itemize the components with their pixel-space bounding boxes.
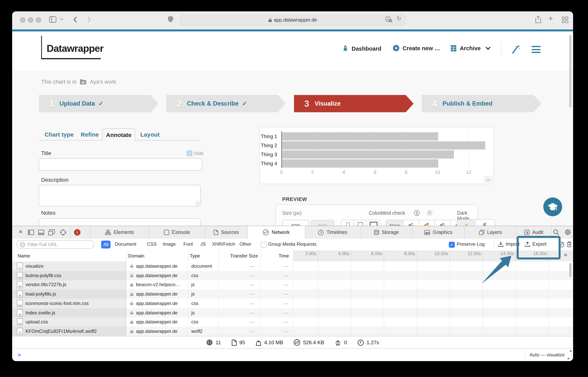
table-row[interactable]: cssiconmonstr-iconic-font.min.css app.da… [12,299,573,308]
tab-graphics[interactable]: Graphics [412,226,465,239]
magic-wand-icon[interactable] [510,45,521,54]
audit-icon [524,230,530,235]
chevron-down-icon[interactable] [60,18,64,21]
colorblind-help-icon[interactable]: ? [426,210,433,216]
nav-create-new[interactable]: Create new … [393,45,440,51]
sidebar-icon[interactable] [49,16,57,24]
bar-thing2 [282,141,485,150]
tab-sources[interactable]: Sources [205,226,247,239]
address-bar[interactable]: app.datawrapper.de [180,14,406,25]
import-button[interactable]: Import [498,241,520,247]
filter-icon [20,242,25,247]
filter-url-input[interactable]: Filter Full URL [16,240,94,249]
table-row[interactable]: AKFOmCnqEu92Fr1Mu4mxK.woff2 app.datawrap… [12,327,573,336]
forward-icon[interactable] [87,16,91,23]
new-tab-icon[interactable]: + [548,14,553,23]
stat-load-time: 1.27s [357,339,379,346]
filter-pill-js[interactable]: JS [200,241,206,247]
step-publish-embed[interactable]: 4 Publish & Embed [422,95,541,112]
hide-label: hide [194,150,204,156]
tab-elements[interactable]: Elements [90,226,149,239]
col-domain[interactable]: Domain [128,253,144,259]
quick-console-bar[interactable]: > Auto — visualize [12,348,573,361]
table-row[interactable]: JSIndex.svelte.js app.datawrapper.de js … [12,308,573,318]
filter-pill-font[interactable]: Font [183,241,193,247]
traffic-light-minimize[interactable] [28,17,33,23]
tab-network-active[interactable]: Network [248,226,305,239]
brand-top-bar [12,29,573,31]
preview-heading: PREVIEW [282,196,307,202]
group-media-checkbox[interactable] [261,242,266,248]
nav-archive[interactable]: Archive [450,45,491,52]
shield-icon[interactable] [167,16,174,24]
issues-badge[interactable]: ! [74,229,80,236]
reload-icon[interactable]: ↻ [397,15,401,22]
step-upload-data[interactable]: 1 Upload Data ✓ [39,95,158,112]
datawrapper-logo[interactable]: Datawrapper [41,36,101,59]
element-picker-icon[interactable] [60,229,67,236]
table-row[interactable]: cssupload.css app.datawrapper.de css — — [12,317,573,327]
description-textarea[interactable] [39,185,201,206]
tab-layers[interactable]: Layers [465,226,516,239]
dock-bottom-icon[interactable] [38,230,44,235]
css-file-icon: css [17,318,23,326]
filter-pill-all[interactable]: All [101,241,111,248]
gear-icon[interactable] [565,229,571,236]
breadcrumb-folder[interactable]: Aya's work [90,79,116,85]
tab-layout[interactable]: Layout [140,131,160,138]
step-visualize-active[interactable]: 3 Visualize [294,95,414,112]
step-check-describe[interactable]: 2 Check & Describe ✓ [166,95,286,112]
traffic-light-close[interactable] [20,17,25,23]
search-icon[interactable] [553,229,559,236]
archive-drawer-icon [450,45,457,52]
layers-icon [479,230,484,235]
graphics-image-icon [424,230,430,235]
filter-pill-xhr[interactable]: XHR/Fetch [212,241,235,247]
col-transfer-size[interactable]: Transfer Size [219,253,258,259]
graduation-cap-icon [547,202,558,212]
title-input[interactable] [39,158,202,171]
filter-pill-document[interactable]: Document [115,241,136,247]
hide-checkbox[interactable]: ✓ [187,150,192,156]
tab-annotate[interactable]: Annotate [102,128,135,141]
academy-help-button[interactable] [543,197,562,216]
back-icon[interactable] [73,16,78,23]
chart-preview: Thing 1 Thing 2 Thing 3 Thing 4 0 2 4 6 … [259,127,494,184]
annotation-arrow [473,247,528,290]
col-type[interactable]: Type [190,253,200,259]
translate-icon[interactable]: A 文 [385,16,392,23]
tab-chart-type[interactable]: Chart type [45,131,74,138]
svg-text:文: 文 [389,19,392,22]
preserve-log-checkbox[interactable]: ✓ [449,242,455,248]
menu-icon[interactable] [532,46,541,53]
table-row[interactable]: JSload-polyfills.js app.datawrapper.de j… [12,289,573,299]
trash-icon[interactable] [566,241,572,248]
resize-width-handle[interactable]: ↔ [484,176,493,183]
execution-context-select[interactable]: Auto — visualize [530,352,572,358]
traffic-light-zoom[interactable] [36,17,41,23]
filter-pill-image[interactable]: Image [163,241,176,247]
share-icon[interactable] [535,15,541,24]
filter-pill-other[interactable]: Other [240,241,251,247]
table-scrollbar[interactable] [569,263,572,277]
css-file-icon: css [17,300,23,307]
tab-overview-icon[interactable] [562,16,568,23]
tab-refine[interactable]: Refine [81,131,99,138]
filter-pill-css[interactable]: CSS [147,241,157,247]
page-scrollbar[interactable] [569,35,572,107]
col-name[interactable]: Name [18,253,30,259]
divider [525,351,525,360]
tab-storage[interactable]: Storage [361,226,412,239]
tab-console[interactable]: ∑ Console [149,226,205,239]
resize-grip-icon[interactable] [196,201,200,205]
undock-window-icon[interactable] [48,229,55,236]
collapse-timeline-icon[interactable]: ^ [564,253,567,259]
nav-dashboard[interactable]: Dashboard [342,45,381,53]
dock-side-icon[interactable] [28,230,34,235]
col-time[interactable]: Time [261,253,289,259]
stat-resources: 95 [232,339,245,346]
plus-circle-icon [393,45,399,51]
storage-database-icon [374,229,379,235]
tab-timelines[interactable]: Timelines [305,226,361,239]
close-inspector-icon[interactable]: ✕ [18,229,23,235]
